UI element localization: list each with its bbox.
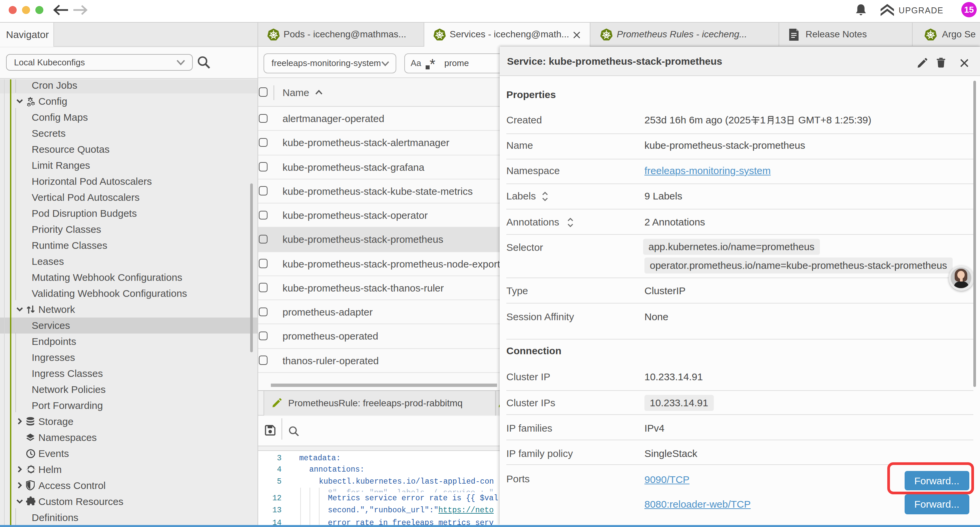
svg-text:HELM: HELM — [27, 468, 35, 471]
